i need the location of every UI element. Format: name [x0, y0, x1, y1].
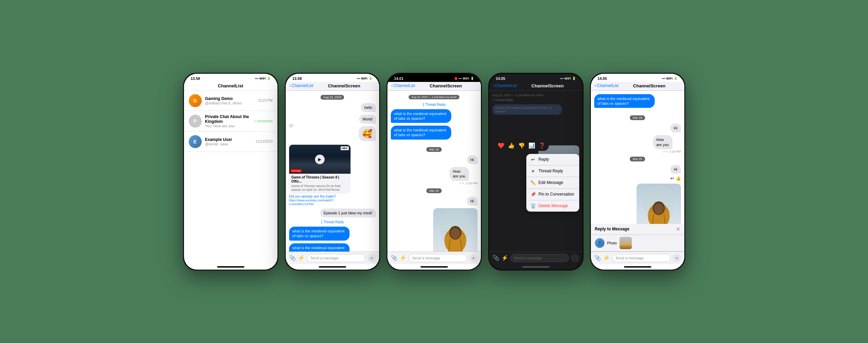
- reply-photo-thumb: [620, 237, 632, 249]
- phone-1: 13.58 ▪▪▪ WiFi 🔋 ChannelList G Gaming De…: [183, 73, 279, 271]
- delete-icon: 🗑️: [530, 203, 536, 209]
- chat-area-2: Aug 23, 2023 hello World 🤍 🥰 ▶: [286, 91, 379, 252]
- phone-3: 14.01 ▪▪▪ WiFi 🔋 ‹ ChannelList ChannelSc…: [386, 73, 482, 271]
- send-button-5[interactable]: ○: [673, 254, 681, 262]
- medieval-5-container: what is the medieval equivalent of tabs …: [594, 94, 681, 112]
- person-photo-svg-3: [433, 208, 478, 252]
- attach-icon-4[interactable]: 📎: [493, 255, 499, 261]
- home-bar-1: [184, 264, 278, 270]
- message-input-2[interactable]: Send a message: [307, 254, 366, 262]
- msg-world: World: [289, 115, 376, 124]
- back-button-5[interactable]: ‹ ChannelList: [595, 83, 618, 88]
- send-button-3[interactable]: ○: [469, 254, 478, 262]
- wifi-icon-3: WiFi: [463, 77, 469, 80]
- nav-bar-3: ‹ ChannelList ChannelScreen: [387, 82, 481, 91]
- message-input-5[interactable]: Send a message: [612, 254, 671, 262]
- bubble-medieval-3b: what is the medieval equivalent of tabs …: [391, 126, 452, 140]
- msg-medieval-5: what is the medieval equivalent of tabs …: [594, 94, 681, 112]
- status-icons-3: ▪▪▪ WiFi 🔋: [455, 77, 474, 80]
- channel-item-kingdom[interactable]: P Private Chat About the Kingdom You: Ho…: [184, 111, 278, 132]
- recording-dot-3: [455, 77, 457, 80]
- msg-medieval-3b: what is the medieval equivalent of tabs …: [391, 126, 478, 144]
- reply-avatar: 👤: [595, 238, 604, 248]
- channel-handle-example: @annie: sasa: [205, 142, 252, 146]
- back-label-3: ChannelList: [394, 83, 415, 88]
- message-input-4[interactable]: Send a message: [510, 254, 569, 262]
- status-time-5: 14.05: [598, 76, 607, 81]
- link-preview-card[interactable]: ▶ HBO YouTube Game of Thrones | Season 8…: [289, 145, 351, 194]
- context-menu: ↩ Reply ≡ Thread Reply ✏️ Edit Message: [526, 154, 579, 212]
- reply-close-button[interactable]: ✕: [676, 226, 680, 232]
- lightning-icon-3[interactable]: ⚡: [400, 255, 407, 261]
- reaction-question[interactable]: ❓: [539, 142, 545, 149]
- msg-medieval-3a: what is the medieval equivalent of tabs …: [391, 109, 478, 123]
- thread-reply-badge-3[interactable]: 1 Thread Reply: [391, 103, 478, 106]
- back-button-3[interactable]: ‹ ChannelList: [392, 83, 415, 88]
- photo-bubble-5: [637, 184, 681, 224]
- nav-bar-4: ‹ ChannelList ChannelScreen: [489, 82, 583, 91]
- context-edit[interactable]: ✏️ Edit Message: [526, 177, 579, 189]
- avatar-example: E: [189, 135, 202, 148]
- howareyou-3-container: How are you ✓✓ 2:16 PM: [450, 167, 478, 185]
- context-pin[interactable]: 📌 Pin to Conversation: [526, 189, 579, 200]
- status-bar-5: 14.05 ▪▪▪ WiFi 🔋: [591, 74, 684, 82]
- input-bar-3: 📎 ⚡ Send a message ○: [387, 252, 481, 264]
- channel-info-gaming: Gaming Demo @solitary-hat-5, demo: [205, 96, 255, 105]
- chevron-left-icon-3: ‹: [392, 83, 393, 88]
- reply-photo-row: 👤 Photo: [591, 235, 684, 252]
- bubble-hi-3: Hi: [467, 155, 477, 164]
- msg-emoji: 🤍 🥰: [289, 126, 376, 141]
- nav-title-2: ChannelScreen: [313, 83, 375, 88]
- thread-reply-icon: ≡: [530, 169, 536, 174]
- reaction-chart[interactable]: 📊: [528, 142, 535, 149]
- attach-icon-3[interactable]: 📎: [391, 255, 398, 261]
- reaction-thumbdown[interactable]: 👎: [518, 142, 525, 149]
- send-button-2[interactable]: ○: [368, 254, 376, 262]
- bubble-hi-5b: Hi: [670, 165, 681, 174]
- context-thread-reply[interactable]: ≡ Thread Reply: [526, 166, 579, 177]
- channel-time-kingdom: ✓ 03/18/2024: [254, 119, 273, 123]
- reaction-thumbup[interactable]: 👍: [508, 142, 515, 149]
- context-delete[interactable]: 🗑️ Delete Message: [526, 200, 579, 212]
- play-button[interactable]: ▶: [315, 155, 325, 164]
- status-time-2: 13.58: [293, 76, 302, 81]
- attach-icon-5[interactable]: 📎: [594, 255, 601, 261]
- reaction-heart[interactable]: ❤️: [498, 142, 504, 149]
- thread-reply-label: Thread Reply: [539, 169, 563, 173]
- lightning-icon-2[interactable]: ⚡: [298, 255, 305, 261]
- back-button-2[interactable]: ‹ ChannelList: [290, 83, 313, 88]
- msg-time-medieval-5: ✓ 3:14 PM: [594, 109, 681, 112]
- edit-label: Edit Message: [539, 180, 564, 185]
- chat-area-3: Aug 23, 2023 — 1 just blew my mind! 1 Th…: [387, 91, 481, 252]
- nav-title-4: ChannelScreen: [517, 83, 579, 88]
- signal-icon-5: ▪▪▪: [662, 77, 665, 80]
- battery-icon-5: 🔋: [674, 77, 678, 80]
- attach-icon-2[interactable]: 📎: [289, 255, 296, 261]
- lightning-icon-4[interactable]: ⚡: [501, 255, 508, 261]
- message-input-3[interactable]: Send a message: [409, 254, 467, 262]
- lightning-icon-5[interactable]: ⚡: [603, 255, 610, 261]
- video-preview: ▶ HBO YouTube: [289, 145, 351, 174]
- reply-label: Reply: [539, 157, 549, 162]
- send-button-4[interactable]: ○: [571, 254, 579, 262]
- msg-time-howareyou-5: ✓✓ 2:16 PM: [653, 150, 681, 153]
- status-bar-4: 14.05 ▪▪▪ WiFi 🔋: [489, 74, 583, 82]
- battery-icon: 🔋: [267, 77, 271, 80]
- phone-2: 13.58 ▪▪▪ WiFi 🔋 ‹ ChannelList ChannelSc…: [285, 73, 380, 271]
- thread-reply-badge-2[interactable]: 1 Thread Reply: [289, 220, 376, 224]
- status-bar-2: 13.58 ▪▪▪ WiFi 🔋: [286, 74, 379, 82]
- photo-bubble-3: [433, 208, 478, 252]
- context-reply[interactable]: ↩ Reply: [526, 154, 579, 166]
- channel-item-gaming[interactable]: G Gaming Demo @solitary-hat-5, demo 12:2…: [184, 91, 278, 111]
- nav-title-5: ChannelScreen: [618, 83, 680, 88]
- msg-howareyou-3: How are you ✓✓ 2:16 PM: [391, 167, 478, 185]
- bubble-hi-5: Hi: [670, 124, 681, 132]
- bubble-medieval-3a: what is the medieval equivalent of tabs …: [391, 109, 452, 123]
- pin-icon: 📌: [530, 192, 536, 197]
- back-button-4[interactable]: ‹ ChannelList: [493, 83, 517, 88]
- channel-item-example[interactable]: E Example User @annie: sasa 11/22/2023: [184, 132, 278, 152]
- photo-3-container: ✓✓ 2:00 PM: [433, 208, 478, 252]
- reply-photo-label: Photo: [607, 241, 617, 245]
- bubble-world: World: [359, 115, 376, 124]
- battery-icon-2: 🔋: [369, 77, 372, 80]
